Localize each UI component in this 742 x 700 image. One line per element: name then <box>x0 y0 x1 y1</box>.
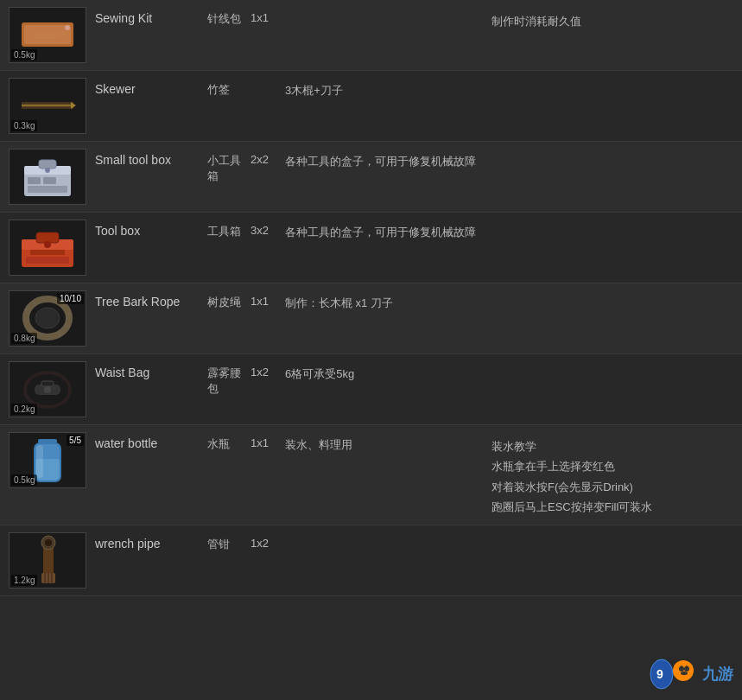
item-cn-name: 工具箱 <box>207 220 251 239</box>
logo-area: 9 九游 <box>646 657 733 691</box>
item-description <box>285 7 491 11</box>
item-weight: 0.3kg <box>11 120 37 131</box>
item-image-water-bottle: 0.5kg5/5 <box>9 432 86 488</box>
item-cn-name: 针线包 <box>207 7 251 27</box>
item-weight: 0.5kg <box>11 49 37 60</box>
item-image-small-tool-box <box>9 149 86 205</box>
logo-text: 九游 <box>702 664 733 684</box>
item-extra: 制作时消耗耐久值 <box>491 7 733 31</box>
item-description: 装水、料理用 <box>285 432 491 455</box>
item-row-sewing-kit: 0.5kgSewing Kit针线包1x1制作时消耗耐久值 <box>0 0 742 71</box>
svg-rect-20 <box>30 250 65 255</box>
item-extra: 装水教学水瓶拿在手上选择变红色对着装水按F(会先显示Drink)跑圈后马上ESC… <box>491 432 733 518</box>
item-name: Tree Bark Rope <box>95 290 207 309</box>
item-weight: 0.5kg <box>11 474 37 486</box>
item-description: 6格可承受5kg <box>285 361 491 384</box>
item-size <box>251 78 285 82</box>
item-count: 10/10 <box>57 293 84 304</box>
svg-rect-13 <box>28 177 41 184</box>
svg-point-49 <box>681 671 688 675</box>
item-size: 1x1 <box>251 432 285 449</box>
svg-point-30 <box>44 386 51 393</box>
item-row-tree-bark-rope: 0.8kg10/10Tree Bark Rope树皮绳1x1制作：长木棍 x1 … <box>0 283 742 354</box>
item-name: Sewing Kit <box>95 7 207 25</box>
svg-point-22 <box>44 241 51 248</box>
svg-rect-12 <box>39 160 56 169</box>
item-count: 5/5 <box>67 435 84 446</box>
item-name: wrench pipe <box>95 532 207 550</box>
item-cn-name: 霹雾腰包 <box>207 361 251 397</box>
svg-rect-21 <box>26 257 69 264</box>
item-extra <box>491 78 733 82</box>
logo-icon: 9 <box>646 657 698 691</box>
svg-rect-35 <box>36 445 43 478</box>
item-extra <box>491 220 733 224</box>
item-row-waist-bag: 0.2kgWaist Bag霹雾腰包1x26格可承受5kg <box>0 354 742 425</box>
item-weight: 1.2kg <box>11 575 37 586</box>
svg-point-39 <box>45 539 52 546</box>
item-image-tree-bark-rope: 0.8kg10/10 <box>9 290 86 347</box>
item-row-small-tool-box: Small tool box小工具箱2x2各种工具的盒子，可用于修复机械故障 <box>0 142 742 213</box>
item-image-skewer: 0.3kg <box>9 78 86 134</box>
item-image-wrench-pipe: 1.2kg <box>9 532 86 589</box>
svg-point-5 <box>65 25 70 30</box>
item-extra <box>491 532 733 537</box>
item-cn-name: 管钳 <box>207 532 251 552</box>
item-image-tool-box <box>9 220 86 276</box>
item-extra <box>491 361 733 366</box>
item-row-wrench-pipe: 1.2kgwrench pipe管钳1x2 <box>0 525 742 596</box>
item-weight: 0.2kg <box>11 404 37 415</box>
item-weight: 0.8kg <box>11 333 37 344</box>
item-description <box>285 532 491 537</box>
svg-rect-14 <box>43 177 56 184</box>
item-extra <box>491 149 733 153</box>
svg-point-16 <box>45 168 50 173</box>
item-row-water-bottle: 0.5kg5/5water bottle水瓶1x1装水、料理用装水教学水瓶拿在手… <box>0 425 742 525</box>
item-size: 3x2 <box>251 220 285 237</box>
item-row-skewer: 0.3kgSkewer竹签3木棍+刀子 <box>0 71 742 142</box>
item-size: 1x2 <box>251 532 285 550</box>
item-cn-name: 树皮绳 <box>207 290 251 310</box>
item-description: 各种工具的盒子，可用于修复机械故障 <box>285 220 491 242</box>
item-name: Waist Bag <box>95 361 207 379</box>
item-description: 制作：长木棍 x1 刀子 <box>285 290 491 313</box>
item-size: 1x1 <box>251 290 285 308</box>
svg-point-25 <box>35 308 60 328</box>
item-extra <box>491 290 733 295</box>
item-cn-name: 竹签 <box>207 78 251 98</box>
item-cn-name: 小工具箱 <box>207 149 251 184</box>
item-name: Small tool box <box>95 149 207 167</box>
svg-rect-15 <box>28 186 67 193</box>
item-size: 1x2 <box>251 361 285 379</box>
item-cn-name: 水瓶 <box>207 432 251 452</box>
item-description: 各种工具的盒子，可用于修复机械故障 <box>285 149 491 171</box>
item-description: 3木棍+刀子 <box>285 78 491 100</box>
item-name: Skewer <box>95 78 207 96</box>
item-size: 1x1 <box>251 7 285 24</box>
item-row-tool-box: Tool box工具箱3x2各种工具的盒子，可用于修复机械故障 <box>0 213 742 283</box>
item-size: 2x2 <box>251 149 285 166</box>
item-name: Tool box <box>95 220 207 238</box>
svg-rect-29 <box>41 381 54 386</box>
svg-text:9: 9 <box>656 667 663 681</box>
item-image-waist-bag: 0.2kg <box>9 361 86 417</box>
item-name: water bottle <box>95 432 207 450</box>
item-image-sewing-kit: 0.5kg <box>9 7 86 63</box>
